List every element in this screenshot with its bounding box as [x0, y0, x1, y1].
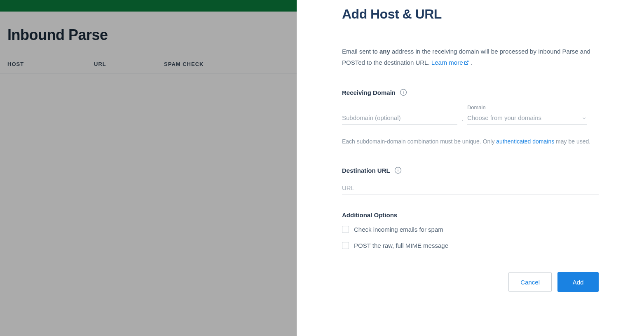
- external-link-icon: [464, 60, 469, 65]
- intro-bold: any: [379, 48, 390, 55]
- learn-more-link[interactable]: Learn more: [431, 59, 469, 66]
- spam-check-option[interactable]: Check incoming emails for spam: [342, 226, 599, 233]
- additional-options-heading: Additional Options: [342, 211, 599, 219]
- intro-text-pre: Email sent to: [342, 48, 379, 55]
- domain-select[interactable]: Choose from your domains: [467, 112, 587, 125]
- cancel-button[interactable]: Cancel: [508, 272, 552, 292]
- subdomain-field-wrap: [342, 112, 457, 125]
- destination-url-heading: Destination URL: [342, 167, 599, 174]
- authenticated-domains-link[interactable]: authenticated domains: [496, 138, 554, 145]
- svg-point-6: [398, 169, 398, 169]
- column-url: URL: [94, 61, 164, 67]
- button-row: Cancel Add: [342, 272, 599, 292]
- add-host-url-panel: Add Host & URL Email sent to any address…: [297, 0, 644, 336]
- receiving-domain-heading: Receiving Domain: [342, 89, 599, 96]
- raw-mime-option[interactable]: POST the raw, full MIME message: [342, 242, 599, 249]
- panel-title: Add Host & URL: [342, 7, 599, 22]
- unique-text-pre: Each subdomain-domain combination must b…: [342, 138, 496, 145]
- subdomain-input[interactable]: [342, 112, 457, 125]
- domain-select-placeholder: Choose from your domains: [467, 112, 587, 125]
- spam-check-label: Check incoming emails for spam: [354, 226, 443, 233]
- domain-field-wrap: Domain Choose from your domains: [467, 104, 587, 125]
- panel-intro: Email sent to any address in the receivi…: [342, 46, 599, 68]
- domain-row: . Domain Choose from your domains: [342, 104, 599, 125]
- unique-text-post: may be used.: [554, 138, 590, 145]
- learn-more-text: Learn more: [431, 59, 463, 66]
- raw-mime-label: POST the raw, full MIME message: [354, 242, 448, 249]
- dot-separator: .: [461, 116, 463, 125]
- chevron-down-icon: [582, 116, 587, 121]
- svg-line-0: [466, 61, 468, 63]
- intro-period: .: [469, 59, 472, 66]
- column-host: HOST: [7, 61, 94, 67]
- domain-label: Domain: [467, 104, 587, 110]
- raw-mime-checkbox[interactable]: [342, 242, 349, 249]
- receiving-domain-label: Receiving Domain: [342, 89, 396, 96]
- info-icon[interactable]: [394, 167, 402, 174]
- destination-url-input[interactable]: [342, 182, 599, 195]
- svg-point-3: [403, 91, 404, 92]
- destination-url-label: Destination URL: [342, 167, 390, 174]
- domain-help-text: Each subdomain-domain combination must b…: [342, 136, 599, 147]
- spam-check-checkbox[interactable]: [342, 226, 349, 233]
- add-button[interactable]: Add: [557, 272, 599, 292]
- info-icon[interactable]: [400, 89, 407, 96]
